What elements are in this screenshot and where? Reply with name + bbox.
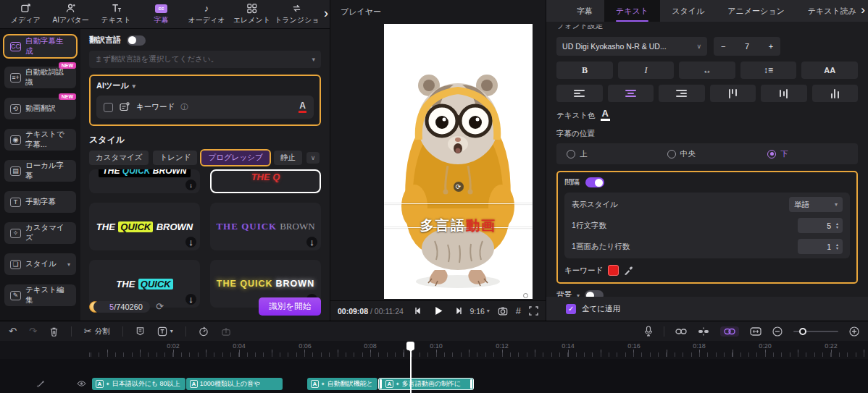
- link-clips-icon[interactable]: [675, 328, 687, 335]
- safe-area-grid-icon[interactable]: #: [516, 305, 521, 316]
- sidebar-item-customize[interactable]: ✧ カスタマイズ: [4, 222, 76, 244]
- text-color-button[interactable]: A: [601, 109, 610, 121]
- redo-icon[interactable]: ↷: [29, 326, 37, 337]
- video-subtitle[interactable]: 多言語動画: [384, 216, 533, 235]
- line-height-button[interactable]: ↕≡: [740, 62, 797, 79]
- export-clip-icon[interactable]: [221, 326, 231, 337]
- style-card[interactable]: THE QUICK BROWN ↓: [89, 169, 200, 193]
- tab-subtitles[interactable]: cc 字幕: [138, 3, 183, 25]
- keyword-color-swatch[interactable]: [608, 265, 619, 276]
- subtitle-clip-3[interactable]: A ✦ 自動翻訳機能と: [307, 378, 377, 390]
- sidebar-item-text-to-subtitle[interactable]: ◉ テキストで字幕...: [4, 129, 76, 151]
- tabs-more-chevron-icon[interactable]: ›: [861, 3, 865, 17]
- subtitle-clip-selected[interactable]: A ✦ 多言語動画の制作に: [378, 378, 474, 390]
- letter-spacing-button[interactable]: ↔: [679, 62, 735, 79]
- position-top-radio[interactable]: 上: [556, 149, 657, 159]
- style-tabs-expand-icon[interactable]: ∨: [306, 152, 320, 164]
- refresh-icon[interactable]: ⟳: [156, 301, 164, 312]
- style-tab-progressive[interactable]: プログレッシブ: [201, 151, 269, 165]
- bold-button[interactable]: B: [556, 62, 613, 79]
- split-button[interactable]: ✂分割: [84, 326, 110, 337]
- play-button[interactable]: [433, 306, 443, 316]
- tab-media[interactable]: メディア: [3, 3, 48, 25]
- tab-style[interactable]: スタイル: [660, 0, 716, 22]
- style-tab-customize[interactable]: カスタマイズ: [89, 151, 149, 165]
- text-case-button[interactable]: AA: [801, 62, 858, 79]
- tab-ai-avatar[interactable]: AIアバター: [48, 3, 93, 25]
- apply-all-checkbox[interactable]: ✓: [566, 304, 576, 314]
- fullscreen-icon[interactable]: [529, 306, 538, 316]
- track-magic-icon[interactable]: [36, 380, 45, 389]
- display-style-select[interactable]: 単語▾: [789, 197, 843, 212]
- snapshot-icon[interactable]: [498, 306, 508, 316]
- sidebar-item-manual-subtitle[interactable]: T 手動字幕: [4, 191, 76, 213]
- zoom-slider-knob[interactable]: [799, 328, 806, 335]
- tab-animation[interactable]: アニメーション: [716, 0, 796, 22]
- auto-ripple-icon[interactable]: [698, 327, 709, 336]
- align-right-button[interactable]: [659, 85, 704, 102]
- text-tool-button[interactable]: ▾: [157, 326, 173, 337]
- sidebar-item-style[interactable]: ❏ スタイル ▾: [4, 253, 76, 275]
- style-card[interactable]: THE QUICKBROWN ↓: [210, 203, 321, 250]
- font-size-increase[interactable]: +: [769, 42, 773, 51]
- rotate-handle-icon[interactable]: ⟳: [454, 182, 464, 192]
- download-icon[interactable]: ↓: [185, 179, 196, 190]
- trim-handle-left[interactable]: [380, 379, 382, 389]
- tab-text[interactable]: テキスト: [604, 0, 660, 22]
- subtitle-clip-1[interactable]: A ✦ 日本語以外にも 80以上: [92, 378, 185, 390]
- sidebar-item-auto-lyrics[interactable]: ≡+ 自動歌詞認識 NEW: [4, 67, 76, 88]
- sidebar-item-auto-subtitle[interactable]: CC 自動字幕生成: [4, 35, 76, 57]
- stepper-down-icon[interactable]: ▾: [836, 247, 838, 250]
- font-size-decrease[interactable]: −: [721, 42, 725, 51]
- marker-icon[interactable]: [135, 326, 145, 336]
- tab-audio[interactable]: ♪ オーディオ: [184, 3, 229, 25]
- aspect-ratio-select[interactable]: 9:16▾: [470, 307, 489, 316]
- vertical-align-bottom-button[interactable]: [812, 85, 858, 102]
- style-card[interactable]: THE QUICK BROWN ↓: [89, 203, 200, 250]
- playhead-handle[interactable]: [406, 342, 414, 350]
- transform-handle[interactable]: [523, 293, 528, 298]
- sidebar-item-video-translate[interactable]: ⟲ 動画翻訳 NEW: [4, 98, 76, 119]
- font-family-select[interactable]: UD Digi Kyokasho N-R & UD... ∨: [556, 37, 707, 56]
- start-recognition-button[interactable]: 識別を開始: [259, 297, 321, 316]
- undo-icon[interactable]: ↶: [9, 326, 17, 337]
- tab-elements[interactable]: エレメント: [229, 3, 274, 25]
- sidebar-item-local-subtitle[interactable]: ▤ ローカル字幕: [4, 160, 76, 182]
- video-preview[interactable]: ⟳ 多言語動画: [384, 24, 533, 299]
- chars-per-line-stepper[interactable]: 5▴▾: [798, 218, 843, 233]
- next-frame-button[interactable]: [454, 307, 462, 315]
- download-icon[interactable]: ↓: [185, 237, 196, 248]
- toolbar-more-chevron-icon[interactable]: ›: [324, 6, 328, 21]
- style-card-selected[interactable]: THE Q: [210, 169, 321, 193]
- style-tab-trend[interactable]: トレンド: [153, 151, 197, 165]
- info-icon[interactable]: ⓘ: [180, 102, 188, 112]
- eyedropper-icon[interactable]: [624, 266, 633, 275]
- align-left-button[interactable]: [556, 85, 602, 102]
- snap-toggle-icon[interactable]: [720, 326, 739, 337]
- record-voiceover-icon[interactable]: [644, 326, 653, 337]
- trim-handle-right[interactable]: [470, 379, 472, 389]
- keyword-color-button[interactable]: A: [299, 101, 306, 113]
- translate-language-toggle[interactable]: [127, 35, 146, 46]
- delete-icon[interactable]: [49, 326, 59, 337]
- stepper-down-icon[interactable]: ▾: [836, 226, 838, 229]
- tab-subtitle[interactable]: 字幕: [565, 0, 604, 22]
- chevron-down-icon[interactable]: ▾: [133, 83, 136, 90]
- italic-button[interactable]: I: [618, 62, 675, 79]
- vertical-align-middle-button[interactable]: [761, 85, 806, 102]
- download-icon[interactable]: ↓: [306, 237, 317, 248]
- style-tab-static[interactable]: 静止: [274, 151, 302, 165]
- previous-frame-button[interactable]: [414, 307, 422, 315]
- zoom-in-icon[interactable]: [849, 326, 859, 337]
- speed-icon[interactable]: [199, 326, 209, 337]
- translate-language-select[interactable]: まず翻訳言語を選択してください。 ▾: [89, 51, 321, 68]
- lines-per-screen-stepper[interactable]: 1▴▾: [798, 239, 843, 254]
- sidebar-item-text-edit[interactable]: ✎ テキスト編集: [4, 284, 76, 306]
- zoom-out-icon[interactable]: [772, 326, 783, 337]
- vertical-align-top-button[interactable]: [710, 85, 756, 102]
- timeline-zoom-slider[interactable]: [793, 331, 838, 332]
- align-center-button[interactable]: [608, 85, 654, 102]
- position-center-radio[interactable]: 中央: [657, 149, 758, 159]
- tab-text[interactable]: テキスト: [93, 3, 138, 25]
- fit-timeline-icon[interactable]: [750, 327, 761, 336]
